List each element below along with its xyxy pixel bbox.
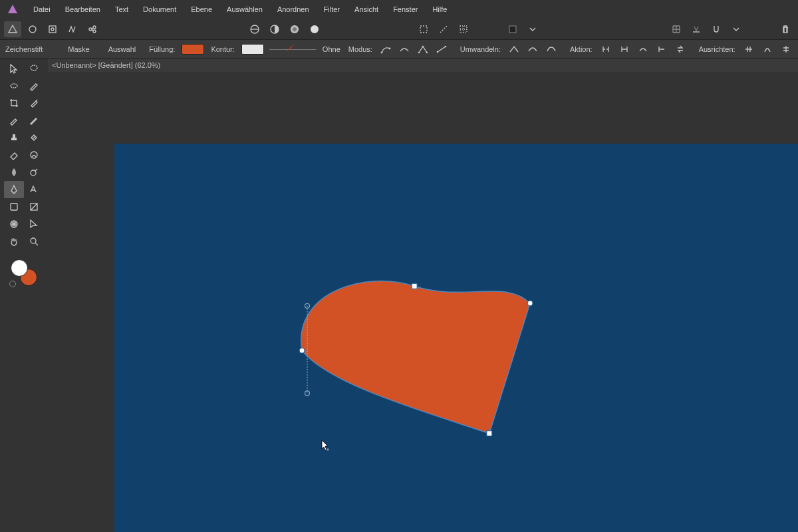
svg-point-11 bbox=[311, 25, 319, 33]
swap-colors-icon[interactable] bbox=[9, 281, 16, 287]
dropdown-caret-icon[interactable] bbox=[524, 21, 541, 37]
stroke-width-preview[interactable] bbox=[269, 47, 316, 51]
tool-name-label: Zeichenstift bbox=[4, 45, 44, 53]
convert-smart-icon[interactable] bbox=[545, 43, 558, 56]
mesh-tool-icon[interactable] bbox=[4, 215, 24, 233]
mode-smart-icon[interactable] bbox=[398, 43, 411, 56]
action-label: Aktion: bbox=[569, 45, 594, 53]
mode-line-icon[interactable] bbox=[435, 43, 448, 56]
dropdown-caret-icon[interactable] bbox=[728, 21, 745, 37]
pen-tool-icon[interactable] bbox=[4, 181, 24, 198]
trash-icon[interactable] bbox=[777, 21, 794, 37]
fill-label: Füllung: bbox=[148, 45, 176, 53]
smudge-tool-icon[interactable] bbox=[24, 146, 44, 164]
paint-tool-icon[interactable] bbox=[4, 112, 24, 129]
persona-tone-icon[interactable] bbox=[64, 21, 81, 37]
select-rect-icon[interactable] bbox=[415, 21, 432, 37]
menu-fenster[interactable]: Fenster bbox=[386, 3, 424, 16]
menu-hilfe[interactable]: Hilfe bbox=[426, 3, 454, 16]
persona-export-icon[interactable] bbox=[84, 21, 101, 37]
svg-point-26 bbox=[13, 190, 15, 191]
action-break-icon[interactable] bbox=[599, 43, 612, 56]
svg-point-15 bbox=[380, 51, 382, 53]
heal-tool-icon[interactable] bbox=[24, 129, 44, 146]
menu-text[interactable]: Text bbox=[108, 3, 135, 16]
anchor-node-top[interactable] bbox=[412, 283, 417, 289]
canvas-viewport[interactable] bbox=[48, 72, 798, 532]
pencil-tool-icon[interactable] bbox=[24, 112, 44, 129]
lasso-tool-icon[interactable] bbox=[24, 60, 44, 77]
move-tool-icon[interactable] bbox=[4, 60, 24, 77]
svg-point-6 bbox=[93, 26, 96, 29]
eyedropper-tool-icon[interactable] bbox=[24, 94, 44, 112]
eraser-tool-icon[interactable] bbox=[4, 146, 24, 164]
svg-point-2 bbox=[29, 26, 36, 33]
crop-tool-icon[interactable] bbox=[4, 94, 24, 112]
zoom-tool-icon[interactable] bbox=[24, 233, 44, 250]
document-tab[interactable]: <Unbenannt> [Geändert] (62.0%) bbox=[52, 61, 160, 69]
svg-point-19 bbox=[426, 51, 428, 53]
node-tool-icon[interactable] bbox=[24, 215, 44, 233]
hand-tool-icon[interactable] bbox=[4, 233, 24, 250]
blend-radial-icon[interactable] bbox=[286, 21, 303, 37]
stamp-tool-icon[interactable] bbox=[4, 129, 24, 146]
shape-tool-icon[interactable] bbox=[4, 198, 24, 215]
svg-marker-1 bbox=[9, 25, 17, 33]
anchor-node-bottom[interactable] bbox=[487, 431, 492, 436]
action-close-icon[interactable] bbox=[618, 43, 631, 56]
menu-anordnen[interactable]: Anordnen bbox=[271, 3, 316, 16]
brush-tool-icon[interactable] bbox=[24, 77, 44, 94]
svg-point-20 bbox=[437, 51, 439, 53]
menu-filter[interactable]: Filter bbox=[317, 3, 346, 16]
color-wells[interactable] bbox=[11, 259, 37, 286]
menu-datei[interactable]: Datei bbox=[27, 3, 57, 16]
marquee-ellipse-tool-icon[interactable] bbox=[4, 77, 24, 94]
snap-grid-icon[interactable] bbox=[668, 21, 685, 37]
snap-baseline-icon[interactable] bbox=[688, 21, 705, 37]
gradient-tool-icon[interactable] bbox=[24, 198, 44, 215]
menu-dokument[interactable]: Dokument bbox=[136, 3, 183, 16]
tool-panel bbox=[0, 59, 48, 532]
mask-button[interactable]: Maske bbox=[61, 44, 96, 55]
align-curve-icon[interactable] bbox=[761, 43, 774, 56]
action-reverse-icon[interactable] bbox=[674, 43, 687, 56]
mode-pen-icon[interactable] bbox=[379, 43, 392, 56]
mode-polygon-icon[interactable] bbox=[416, 43, 430, 56]
menu-auswaehlen[interactable]: Auswählen bbox=[220, 3, 269, 16]
persona-liquify-icon[interactable] bbox=[24, 21, 41, 37]
action-join-icon[interactable] bbox=[655, 43, 668, 56]
menu-ansicht[interactable]: Ansicht bbox=[348, 3, 385, 16]
align-horizontal-icon[interactable] bbox=[742, 43, 755, 56]
blend-half-icon[interactable] bbox=[266, 21, 283, 37]
select-line-icon[interactable] bbox=[435, 21, 452, 37]
align-label: Ausrichten: bbox=[698, 45, 737, 53]
anchor-node-right[interactable] bbox=[527, 301, 533, 306]
persona-photo-icon[interactable] bbox=[4, 21, 21, 37]
select-grid-icon[interactable] bbox=[455, 21, 472, 37]
snap-magnet-icon[interactable] bbox=[708, 21, 725, 37]
selection-button[interactable]: Auswahl bbox=[102, 44, 143, 55]
text-tool-icon[interactable] bbox=[24, 181, 44, 198]
action-smooth-icon[interactable] bbox=[636, 43, 650, 56]
stroke-swatch[interactable] bbox=[241, 44, 264, 55]
menu-bearbeiten[interactable]: Bearbeiten bbox=[59, 3, 107, 16]
blend-normal-icon[interactable] bbox=[246, 21, 263, 37]
workspace: <Unbenannt> [Geändert] (62.0%) bbox=[48, 59, 798, 532]
foreground-color-well[interactable] bbox=[11, 259, 28, 277]
vector-shape[interactable] bbox=[48, 72, 798, 532]
path-fill[interactable] bbox=[301, 281, 530, 434]
anchor-node-left[interactable] bbox=[299, 348, 305, 353]
svg-point-4 bbox=[51, 28, 54, 31]
blur-tool-icon[interactable] bbox=[4, 164, 24, 181]
menu-ebene[interactable]: Ebene bbox=[184, 3, 219, 16]
dodge-tool-icon[interactable] bbox=[24, 164, 44, 181]
convert-smooth-icon[interactable] bbox=[526, 43, 539, 56]
fill-swatch[interactable] bbox=[182, 44, 204, 55]
convert-sharp-icon[interactable] bbox=[507, 43, 521, 56]
blend-solid-icon[interactable] bbox=[306, 21, 323, 37]
layer-bg-icon[interactable] bbox=[504, 21, 521, 37]
context-toolbar: Zeichenstift Maske Auswahl Füllung: Kont… bbox=[0, 40, 798, 59]
align-vertical-icon[interactable] bbox=[779, 43, 793, 56]
persona-develop-icon[interactable] bbox=[44, 21, 61, 37]
svg-point-16 bbox=[388, 47, 390, 49]
